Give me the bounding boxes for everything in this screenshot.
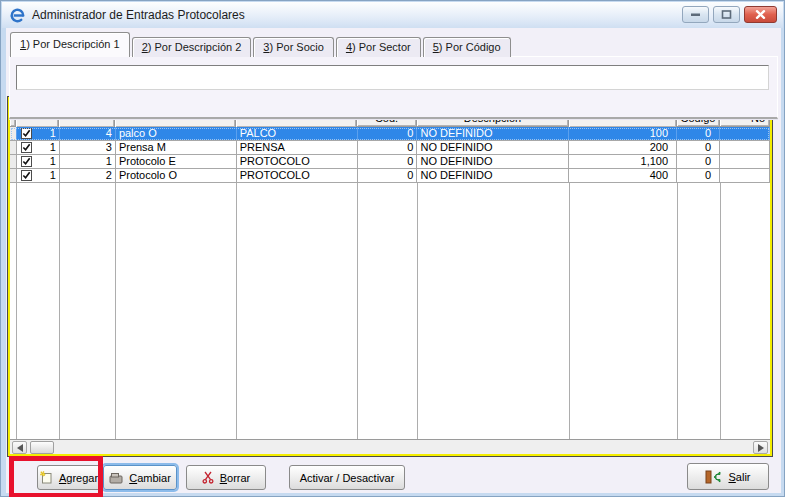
cell-activo: 1 xyxy=(50,141,56,154)
cell-cantidad: 200 xyxy=(569,141,677,154)
window-title: Administrador de Entradas Protocolares xyxy=(32,8,245,22)
tab-por-socio[interactable]: 3) Por Socio xyxy=(253,37,334,57)
cell-socio-cod: 0 xyxy=(358,155,418,168)
minimize-button[interactable] xyxy=(682,6,709,23)
borrar-button[interactable]: Borrar xyxy=(186,465,266,490)
activar-desactivar-button[interactable]: Activar / Desactivar xyxy=(289,465,405,490)
close-icon xyxy=(755,10,766,19)
client-area: 1) Por Descripción 1 2) Por Descripción … xyxy=(6,28,781,493)
cell-socio-desc: NO DEFINIDO xyxy=(417,141,569,154)
cell-descripcion1: Protocolo O xyxy=(116,169,237,182)
activo-checkbox[interactable] xyxy=(21,170,32,181)
row-indicator xyxy=(10,169,17,182)
app-icon[interactable] xyxy=(9,7,26,24)
cell-socio-desc: NO DEFINIDO xyxy=(417,155,569,168)
grid-body: 1 4 palco O PALCO 0 NO DEFINIDO 100 0 xyxy=(10,127,770,439)
cell-sector-no xyxy=(720,169,770,182)
entries-grid: Activo Código Descripción 1 Descripción … xyxy=(8,97,772,456)
edit-folder-icon xyxy=(109,472,123,484)
cell-sector-codigo: 0 xyxy=(677,127,720,140)
scissors-icon xyxy=(202,471,214,484)
filter-input[interactable] xyxy=(16,65,769,90)
cell-activo: 1 xyxy=(50,169,56,182)
row-indicator xyxy=(10,141,17,154)
cell-codigo: 3 xyxy=(60,141,116,154)
cell-descripcion2: PROTOCOLO xyxy=(237,155,358,168)
cell-socio-cod: 0 xyxy=(358,141,418,154)
cell-sector-codigo: 0 xyxy=(677,141,720,154)
scrollbar-thumb[interactable] xyxy=(30,441,54,454)
table-row[interactable]: 1 3 Prensa M PRENSA 0 NO DEFINIDO 200 0 xyxy=(10,141,770,155)
cell-activo: 1 xyxy=(50,155,56,168)
cell-descripcion1: Prensa M xyxy=(116,141,237,154)
activo-checkbox[interactable] xyxy=(21,156,32,167)
scroll-right-button[interactable] xyxy=(753,441,768,454)
table-row[interactable]: 1 1 Protocolo E PROTOCOLO 0 NO DEFINIDO … xyxy=(10,155,770,169)
scroll-left-button[interactable] xyxy=(12,441,27,454)
cell-descripcion1: palco O xyxy=(116,127,237,140)
tab-panel xyxy=(9,56,778,119)
cell-sector-no xyxy=(720,141,770,154)
table-row[interactable]: 1 4 palco O PALCO 0 NO DEFINIDO 100 0 xyxy=(10,127,770,141)
new-item-icon xyxy=(40,471,53,484)
cell-sector-no xyxy=(720,127,770,140)
activo-checkbox[interactable] xyxy=(21,142,32,153)
cell-descripcion1: Protocolo E xyxy=(116,155,237,168)
scroll-right-icon xyxy=(758,444,764,452)
cell-socio-desc: NO DEFINIDO xyxy=(417,169,569,182)
tab-por-descripcion-1[interactable]: 1) Por Descripción 1 xyxy=(10,32,130,57)
exit-door-icon xyxy=(705,470,722,484)
cell-socio-cod: 0 xyxy=(358,169,418,182)
row-indicator xyxy=(10,127,17,140)
agregar-button[interactable]: Agregar xyxy=(37,465,101,490)
salir-button[interactable]: Salir xyxy=(687,463,769,490)
cell-descripcion2: PRENSA xyxy=(237,141,358,154)
cell-sector-codigo: 0 xyxy=(677,169,720,182)
window-controls xyxy=(682,6,777,23)
scroll-left-icon xyxy=(17,444,23,452)
row-indicator xyxy=(10,155,17,168)
cell-descripcion2: PROTOCOLO xyxy=(237,169,358,182)
cell-sector-codigo: 0 xyxy=(677,155,720,168)
table-row[interactable]: 1 2 Protocolo O PROTOCOLO 0 NO DEFINIDO … xyxy=(10,169,770,183)
cell-cantidad: 1,100 xyxy=(569,155,677,168)
cell-codigo: 2 xyxy=(60,169,116,182)
cell-socio-desc: NO DEFINIDO xyxy=(417,127,569,140)
maximize-button[interactable] xyxy=(713,6,740,23)
cell-cantidad: 100 xyxy=(569,127,677,140)
cell-socio-cod: 0 xyxy=(358,127,418,140)
minimize-icon xyxy=(690,10,701,19)
cell-descripcion2: PALCO xyxy=(237,127,358,140)
close-button[interactable] xyxy=(744,6,777,23)
window: Administrador de Entradas Protocolares 1… xyxy=(0,0,785,497)
tabstrip: 1) Por Descripción 1 2) Por Descripción … xyxy=(10,32,513,57)
cell-activo: 1 xyxy=(50,127,56,140)
cell-codigo: 4 xyxy=(60,127,116,140)
cell-sector-no xyxy=(720,155,770,168)
tab-por-descripcion-2[interactable]: 2) Por Descripción 2 xyxy=(132,37,252,57)
cambiar-button[interactable]: Cambiar xyxy=(103,465,177,490)
horizontal-scrollbar[interactable] xyxy=(10,439,770,454)
cell-cantidad: 400 xyxy=(569,169,677,182)
cell-codigo: 1 xyxy=(60,155,116,168)
tab-por-codigo[interactable]: 5) Por Código xyxy=(423,37,511,57)
activo-checkbox[interactable] xyxy=(21,128,32,139)
titlebar: Administrador de Entradas Protocolares xyxy=(2,2,783,28)
tab-por-sector[interactable]: 4) Por Sector xyxy=(336,37,421,57)
maximize-icon xyxy=(721,10,732,19)
